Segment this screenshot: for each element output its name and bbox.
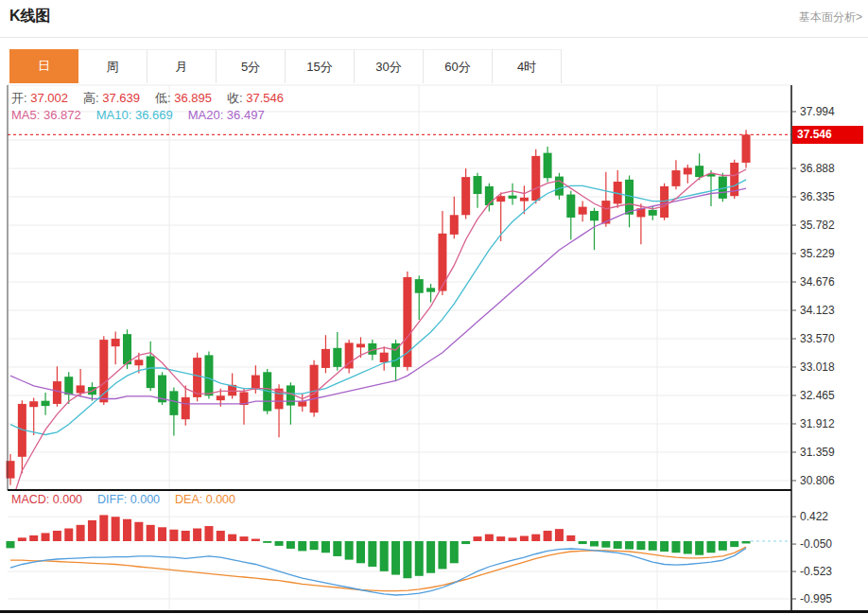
macd-bar <box>649 541 657 551</box>
price-axis-label-9: 33.018 <box>800 360 835 374</box>
macd-bar <box>531 535 540 541</box>
macd-bar <box>333 541 341 556</box>
ohlc-item-2: 低: 36.895 <box>155 91 212 105</box>
ma-readout: MA5: 36.872MA10: 36.669MA20: 36.497 <box>11 108 280 122</box>
macd-bar <box>579 541 587 544</box>
macd-bar <box>275 541 284 546</box>
macd-axis-label-1: -0.050 <box>800 537 832 551</box>
price-axis-label-4: 35.782 <box>800 219 835 232</box>
tab-period-0[interactable]: 日 <box>9 49 78 83</box>
tab-period-4[interactable]: 15分 <box>286 49 355 83</box>
macd-bar <box>625 541 634 550</box>
price-axis-label-6: 34.676 <box>800 275 835 289</box>
candle-body <box>450 215 459 235</box>
ma-item-1: MA10: 36.669 <box>96 108 173 122</box>
macd-bar <box>684 541 692 553</box>
price-axis-label-13: 30.806 <box>800 474 835 487</box>
macd-bar <box>182 531 190 541</box>
macd-bar <box>42 533 50 541</box>
macd-bar <box>298 541 306 551</box>
ma20-line <box>10 188 746 404</box>
price-axis-label-2: 36.888 <box>800 162 835 175</box>
candle-body <box>474 176 482 194</box>
candle-body <box>742 134 751 163</box>
macd-item-1: DIFF: 0.000 <box>97 493 160 506</box>
macd-bar <box>169 530 178 541</box>
macd-bar <box>252 539 260 541</box>
macd-bar <box>7 541 15 548</box>
candle-body <box>438 234 446 291</box>
macd-bar <box>228 535 236 541</box>
candle-body <box>566 195 575 218</box>
macd-bar <box>601 541 610 548</box>
candles-layer <box>7 130 751 484</box>
tab-period-3[interactable]: 5分 <box>217 49 286 83</box>
tab-period-1[interactable]: 周 <box>78 49 148 83</box>
candle-body <box>590 211 599 220</box>
tab-period-7[interactable]: 4时 <box>493 49 562 83</box>
macd-bar <box>263 541 271 543</box>
tab-period-2[interactable]: 月 <box>148 49 217 83</box>
macd-bar <box>707 541 716 553</box>
ohlc-item-3: 收: 37.546 <box>227 91 284 105</box>
candle-body <box>42 401 50 406</box>
macd-axis-label-2: -0.523 <box>800 565 832 578</box>
candle-body <box>298 401 306 406</box>
candle-body <box>520 198 529 202</box>
macd-bar <box>566 535 575 541</box>
candle-body <box>333 348 341 367</box>
macd-bar <box>695 541 703 555</box>
macd-bar <box>356 541 365 563</box>
macd-bar <box>18 537 26 541</box>
candle-body <box>112 339 120 346</box>
period-tab-bar: 日周月5分15分30分60分4时 <box>9 49 562 83</box>
candle-body <box>671 170 680 186</box>
macd-bar <box>496 536 505 541</box>
macd-bar <box>193 529 201 541</box>
candle-body <box>204 355 213 395</box>
candle-body <box>660 186 668 218</box>
macd-bar <box>286 541 295 549</box>
macd-bar <box>520 535 529 541</box>
macd-bar <box>555 529 564 541</box>
candle-body <box>649 210 657 216</box>
macd-bar <box>544 531 552 541</box>
candle-body <box>169 391 178 415</box>
price-axis-label-12: 31.359 <box>800 446 835 459</box>
macd-bar <box>590 541 599 547</box>
tab-period-6[interactable]: 60分 <box>424 49 493 83</box>
candle-body <box>64 377 73 395</box>
tab-period-5[interactable]: 30分 <box>355 49 424 83</box>
candle-body <box>426 288 435 291</box>
candle-body <box>147 356 155 388</box>
macd-bar <box>636 541 645 550</box>
kline-page: K线图 基本面分析> 日周月5分15分30分60分4时 开: 37.002高: … <box>0 0 868 614</box>
macd-bar <box>509 537 517 541</box>
candle-body <box>123 334 131 364</box>
macd-bar <box>112 517 120 541</box>
ma-item-2: MA20: 36.497 <box>188 108 265 122</box>
dea-line <box>10 547 746 591</box>
price-axis-label-11: 31.912 <box>800 417 835 430</box>
macd-bar <box>77 525 85 541</box>
macd-bar <box>123 519 131 541</box>
candle-body <box>684 167 692 174</box>
macd-bar <box>474 536 482 541</box>
ma-lines-layer <box>10 169 746 506</box>
macd-bar <box>614 541 622 549</box>
macd-bar <box>391 541 400 575</box>
fundamental-analysis-link[interactable]: 基本面分析> <box>799 9 862 26</box>
candle-body <box>544 153 552 179</box>
ma-item-0: MA5: 36.872 <box>11 108 81 122</box>
price-axis-label-10: 32.465 <box>800 389 835 402</box>
candle-body <box>53 381 61 404</box>
macd-axis-label-0: 0.422 <box>800 510 828 523</box>
macd-bar <box>461 541 470 544</box>
macd-bar <box>660 541 668 552</box>
macd-bar <box>204 526 213 541</box>
candle-body <box>182 397 190 419</box>
candle-body <box>695 166 703 177</box>
macd-bar <box>321 541 330 553</box>
current-price-tag: 37.546 <box>792 126 863 144</box>
candle-body <box>485 186 494 205</box>
